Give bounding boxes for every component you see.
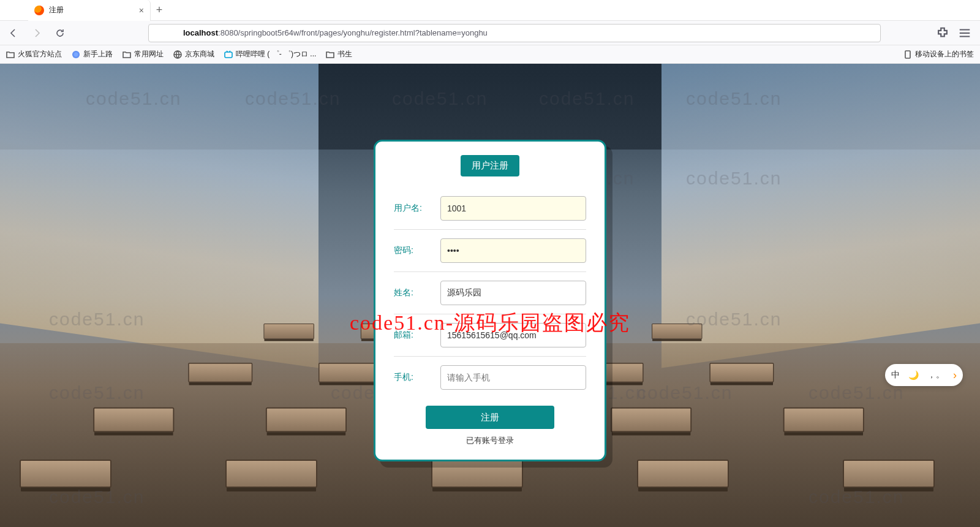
username-input[interactable] (440, 196, 586, 221)
ime-lang[interactable]: 中 (891, 370, 900, 381)
app-menu-button[interactable] (958, 26, 971, 40)
bookmark-item-firefox[interactable]: 火狐官方站点 (6, 49, 62, 59)
register-button[interactable]: 注册 (426, 406, 554, 429)
firefox-favicon-icon (34, 6, 44, 15)
lock-icon (168, 28, 178, 38)
card-title: 用户注册 (461, 155, 519, 176)
browser-tab[interactable]: 注册 × (28, 0, 151, 21)
window-minimize-button[interactable] (895, 0, 924, 21)
url-bar[interactable]: localhost:8080/springboot5r64w/front/pag… (148, 24, 881, 42)
svg-rect-7 (905, 51, 910, 58)
browser-toolbar: localhost:8080/springboot5r64w/front/pag… (0, 21, 980, 45)
nav-reload-button[interactable] (51, 25, 69, 42)
nav-back-button[interactable] (5, 25, 22, 42)
bookmark-star-icon[interactable] (864, 28, 875, 39)
row-password: 密码: (394, 230, 586, 272)
mobile-icon (903, 50, 912, 59)
ime-punct[interactable]: ，。 (927, 370, 944, 381)
svg-rect-0 (935, 7, 941, 13)
bookmark-item-jd[interactable]: 京东商城 (173, 49, 214, 59)
name-label: 姓名: (394, 287, 431, 298)
row-name: 姓名: (394, 272, 586, 314)
name-input[interactable] (440, 281, 586, 305)
bookmark-item-common[interactable]: 常用网址 (123, 49, 164, 59)
row-phone: 手机: (394, 357, 586, 398)
phone-input[interactable] (440, 365, 586, 390)
svg-rect-4 (849, 34, 853, 38)
globe-icon (173, 50, 182, 59)
extensions-icon[interactable] (936, 26, 949, 40)
browser-titlebar: 注册 × + (0, 0, 980, 21)
email-input[interactable] (440, 323, 586, 347)
row-username: 用户名: (394, 188, 586, 230)
firefox-icon (72, 50, 80, 59)
svg-rect-1 (170, 32, 176, 37)
bookmark-mobile[interactable]: 移动设备上的书签 (903, 49, 974, 59)
bookmark-item-bilibili[interactable]: 哔哩哔哩 ( ゜- ゜)つロ ... (224, 49, 316, 59)
svg-rect-3 (855, 28, 859, 32)
moon-icon[interactable]: 🌙 (908, 370, 919, 380)
tabs-dropdown-button[interactable] (867, 0, 895, 21)
password-label: 密码: (394, 245, 431, 256)
row-email: 邮箱: (394, 314, 586, 357)
bookmark-item-newbie[interactable]: 新手上路 (72, 49, 113, 59)
bookmark-item-shusheng[interactable]: 书生 (326, 49, 352, 59)
bookmarks-bar: 火狐官方站点 新手上路 常用网址 京东商城 哔哩哔哩 ( ゜- ゜)つロ ...… (0, 45, 980, 64)
svg-rect-6 (225, 52, 232, 58)
email-label: 邮箱: (394, 330, 431, 341)
tab-title: 注册 (49, 5, 134, 15)
window-close-button[interactable] (952, 0, 980, 21)
window-maximize-button[interactable] (924, 0, 952, 21)
folder-icon (326, 50, 334, 59)
shield-icon (154, 28, 164, 38)
ime-toolbar[interactable]: 中 🌙 ，。 › (885, 364, 963, 386)
username-label: 用户名: (394, 203, 431, 214)
folder-icon (123, 50, 131, 59)
tab-close-button[interactable]: × (139, 6, 144, 15)
qr-icon[interactable] (848, 28, 859, 39)
bilibili-icon (224, 50, 233, 59)
phone-label: 手机: (394, 372, 431, 383)
new-tab-button[interactable]: + (151, 4, 168, 17)
register-card: 用户注册 用户名: 密码: 姓名: 邮箱: 手机: 注册 已有账号登录 (374, 140, 606, 461)
url-text: localhost:8080/springboot5r64w/front/pag… (183, 28, 843, 37)
chevron-right-icon[interactable]: › (953, 369, 957, 382)
password-input[interactable] (440, 238, 586, 263)
login-link[interactable]: 已有账号登录 (394, 435, 586, 446)
folder-icon (6, 50, 15, 59)
nav-forward-button[interactable] (28, 25, 45, 42)
window-controls (867, 0, 980, 21)
svg-rect-2 (849, 28, 853, 32)
page-content: code51.cn code51.cn code51.cn code51.cn … (0, 64, 980, 527)
